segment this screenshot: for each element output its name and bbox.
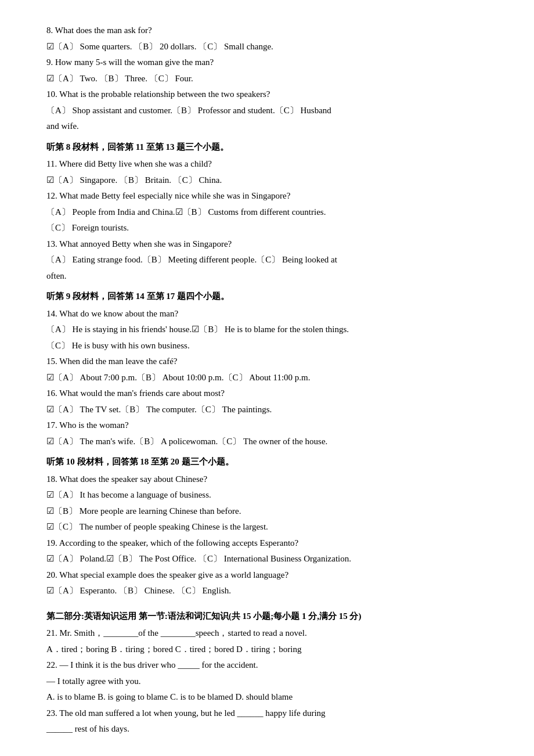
q9-answers: ☑〔A〕 Two. 〔B〕 Three. 〔C〕 Four. bbox=[46, 71, 499, 87]
q8-answers: ☑〔A〕 Some quarters. 〔B〕 20 dollars. 〔C〕 … bbox=[46, 39, 499, 55]
q10-answers-line2: and wife. bbox=[46, 119, 499, 134]
q19-answers: ☑〔A〕 Poland.☑〔B〕 The Post Office. 〔C〕 In… bbox=[46, 552, 499, 567]
q18-question: 18. What does the speaker say about Chin… bbox=[46, 472, 499, 487]
q11-question: 11. Where did Betty live when she was a … bbox=[46, 157, 499, 172]
q20-question: 20. What special example does the speake… bbox=[46, 568, 499, 583]
q9-question: 9. How many 5-s will the woman give the … bbox=[46, 55, 499, 70]
q16-question: 16. What would the man's friends care ab… bbox=[46, 386, 499, 401]
q17-answers: ☑〔A〕 The man's wife.〔B〕 A policewoman.〔C… bbox=[46, 434, 499, 449]
q16-answers: ☑〔A〕 The TV set.〔B〕 The computer.〔C〕 The… bbox=[46, 402, 499, 417]
q10-question: 10. What is the probable relationship be… bbox=[46, 87, 499, 102]
q11-answers: ☑〔A〕 Singapore. 〔B〕 Britain. 〔C〕 China. bbox=[46, 173, 499, 188]
q12-answers-line2: 〔C〕 Foreign tourists. bbox=[46, 221, 499, 236]
q14-question: 14. What do we know about the man? bbox=[46, 307, 499, 322]
section8-header: 听第 8 段材料，回答第 11 至第 13 题三个小题。 bbox=[46, 140, 499, 155]
q13-answers-line1: 〔A〕 Eating strange food.〔B〕 Meeting diff… bbox=[46, 253, 499, 268]
q23-line2: ______ rest of his days. bbox=[46, 722, 499, 737]
q22-sub: — I totally agree with you. bbox=[46, 674, 499, 689]
exam-content: 8. What does the man ask for? ☑〔A〕 Some … bbox=[46, 23, 499, 737]
q22-question: 22. — I think it is the bus driver who _… bbox=[46, 658, 499, 673]
q21-answers: A．tired；boring B．tiring；bored C．tired；bo… bbox=[46, 642, 499, 657]
q10-answers-line1: 〔A〕 Shop assistant and customer.〔B〕 Prof… bbox=[46, 103, 499, 118]
q13-question: 13. What annoyed Betty when she was in S… bbox=[46, 237, 499, 252]
q12-question: 12. What made Betty feel especially nice… bbox=[46, 189, 499, 204]
section9-header: 听第 9 段材料，回答第 14 至第 17 题四个小题。 bbox=[46, 289, 499, 304]
q8-question: 8. What does the man ask for? bbox=[46, 23, 499, 38]
q12-answers-line1: 〔A〕 People from India and China.☑〔B〕 Cus… bbox=[46, 205, 499, 220]
q21-question: 21. Mr. Smith，________of the ________spe… bbox=[46, 626, 499, 641]
q23-question: 23. The old man suffered a lot when youn… bbox=[46, 706, 499, 721]
q22-answers: A. is to blame B. is going to blame C. i… bbox=[46, 690, 499, 705]
section10-header: 听第 10 段材料，回答第 18 至第 20 题三个小题。 bbox=[46, 455, 499, 470]
q15-answers: ☑〔A〕 About 7:00 p.m.〔B〕 About 10:00 p.m.… bbox=[46, 370, 499, 386]
q17-question: 17. Who is the woman? bbox=[46, 418, 499, 433]
q15-question: 15. When did the man leave the café? bbox=[46, 354, 499, 369]
q18-answer-a: ☑〔A〕 It has become a language of busines… bbox=[46, 488, 499, 503]
q18-answer-c: ☑〔C〕 The number of people speaking Chine… bbox=[46, 520, 499, 535]
q19-question: 19. According to the speaker, which of t… bbox=[46, 536, 499, 551]
q14-answers-line1: 〔A〕 He is staying in his friends' house.… bbox=[46, 322, 499, 337]
q18-answer-b: ☑〔B〕 More people are learning Chinese th… bbox=[46, 504, 499, 519]
q13-answers-line2: often. bbox=[46, 269, 499, 284]
q14-answers-line2: 〔C〕 He is busy with his own business. bbox=[46, 339, 499, 354]
part2-header: 第二部分:英语知识运用 第一节:语法和词汇知识(共 15 小题;每小题 1 分,… bbox=[46, 609, 499, 624]
q20-answers: ☑〔A〕 Esperanto. 〔B〕 Chinese. 〔C〕 English… bbox=[46, 584, 499, 599]
